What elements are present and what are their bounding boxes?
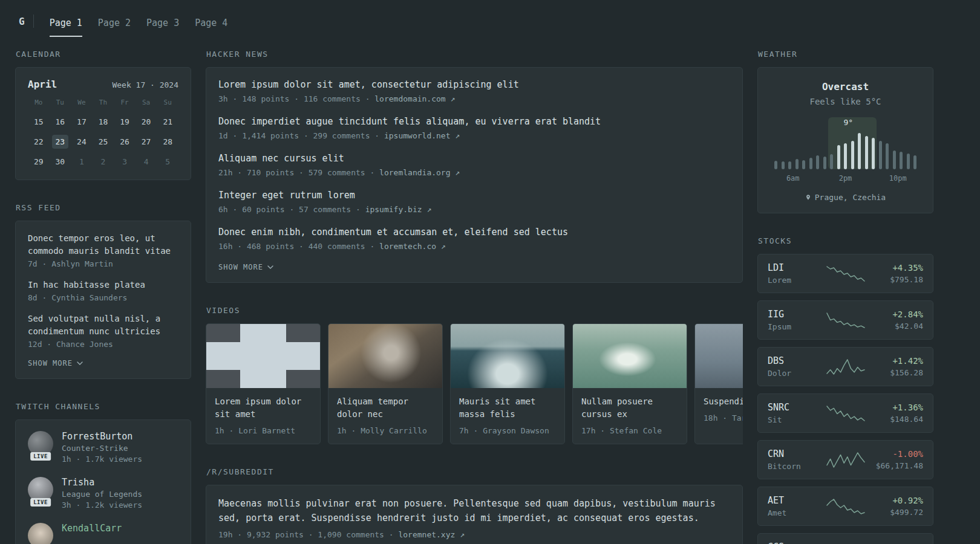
video-thumbnail (695, 324, 743, 388)
channel-name[interactable]: ForrestBurton (62, 431, 142, 442)
reddit-domain-link[interactable]: loremnet.xyz ↗ (398, 530, 465, 539)
calendar-day: 24 (71, 135, 93, 149)
weather-bar (830, 154, 833, 169)
stock-price: $66,171.48 (871, 461, 924, 470)
rss-item-title[interactable]: In hac habitasse platea (28, 279, 178, 291)
external-link-icon: ↗ (455, 168, 460, 177)
stock-id: CCS Consectetur (768, 542, 820, 544)
hn-item-meta: 16h · 468 points · 440 comments · loremt… (218, 242, 730, 251)
hn-item-domain-link[interactable]: ipsumify.biz ↗ (365, 205, 432, 214)
stock-name: Dolor (768, 369, 820, 378)
top-navigation: G Page 1 Page 2 Page 3 Page 4 (0, 0, 980, 42)
weather-bar (782, 161, 785, 169)
tab-page-4[interactable]: Page 4 (195, 5, 227, 37)
reddit-post-title[interactable]: Maecenas mollis pulvinar erat non posuer… (218, 496, 730, 525)
video-body: Lorem ipsum dolor sit amet consectetu… 1… (206, 388, 320, 444)
weather-bar (795, 159, 799, 169)
twitch-widget: TWITCH CHANNELS LIVE ForrestBurton Count… (15, 402, 191, 544)
weather-chart: 9° (773, 117, 918, 169)
rss-item[interactable]: In hac habitasse platea 8d · Cynthia Sau… (28, 279, 178, 302)
stock-id: AET Amet (768, 495, 820, 517)
channel-name[interactable]: Trisha (62, 477, 142, 488)
stock-name: Amet (768, 508, 820, 517)
hn-item-domain-link[interactable]: ipsumworld.net ↗ (384, 131, 460, 140)
stock-change: +4.35% (871, 263, 924, 273)
weather-condition: Overcast (770, 81, 921, 92)
weather-bar (788, 161, 791, 169)
twitch-channel[interactable]: KendallCarr (28, 523, 178, 544)
calendar-week-year: Week 17 · 2024 (112, 80, 178, 89)
rss-widget: RSS FEED Donec tempor eros leo, ut commo… (15, 203, 191, 379)
stock-sparkline (826, 312, 865, 329)
rss-item-title[interactable]: Donec tempor eros leo, ut commodo mauris… (28, 232, 178, 257)
calendar-day-selected: 23 (50, 135, 71, 149)
stock-row[interactable]: AET Amet +0.92% $499.72 (757, 487, 933, 526)
stock-symbol: CRN (768, 448, 820, 459)
live-badge: LIVE (30, 498, 51, 507)
rss-item-meta: 7d · Ashlyn Martin (28, 259, 178, 268)
location-pin-icon (805, 193, 811, 201)
tab-page-1[interactable]: Page 1 (50, 5, 82, 37)
hn-meta-text: 6h · 60 points · 57 comments · (218, 205, 365, 214)
calendar-day: 19 (114, 115, 136, 129)
video-thumbnail (451, 324, 564, 388)
video-body: Suspendisse diam 18h · Tara (695, 388, 743, 431)
hn-item-domain-link[interactable]: loremlandia.org ↗ (379, 168, 460, 177)
rss-item-meta: 12d · Chance Jones (28, 340, 178, 349)
video-meta: 18h · Tara (704, 413, 743, 423)
stock-row[interactable]: LDI Lorem +4.35% $795.18 (757, 254, 933, 293)
calendar-day: 16 (50, 115, 71, 129)
video-card[interactable]: Lorem ipsum dolor sit amet consectetu… 1… (206, 323, 321, 444)
section-title-twitch: TWITCH CHANNELS (16, 402, 191, 411)
video-title: Nullam posuere cursus ex (581, 395, 678, 421)
rss-item[interactable]: Sed volutpat nulla nisl, a condimentum n… (28, 312, 178, 349)
show-more-label: SHOW MORE (218, 263, 263, 271)
hn-item: Integer eget rutrum lorem 6h · 60 points… (218, 189, 730, 214)
twitch-channel[interactable]: LIVE Trisha League of Legends 3h · 1.2k … (28, 477, 178, 510)
hn-show-more-button[interactable]: SHOW MORE (218, 263, 730, 271)
avatar-wrap (28, 523, 53, 544)
calendar-day: 21 (157, 115, 178, 129)
tab-page-3[interactable]: Page 3 (146, 5, 179, 37)
hn-item-meta: 1d · 1,414 points · 299 comments · ipsum… (218, 131, 730, 140)
stock-price: $499.72 (871, 508, 924, 517)
stock-row[interactable]: DBS Dolor +1.42% $156.28 (757, 347, 933, 386)
video-card[interactable]: Mauris sit amet massa felis 7h · Grayson… (450, 323, 565, 444)
video-card[interactable]: Suspendisse diam 18h · Tara (694, 323, 743, 444)
hn-item-meta: 3h · 148 points · 116 comments · loremdo… (218, 94, 730, 103)
video-card[interactable]: Nullam posuere cursus ex 17h · Stefan Co… (572, 323, 687, 444)
hn-item-domain-link[interactable]: loremtech.co ↗ (379, 242, 446, 251)
stock-row[interactable]: CCS Consectetur +0.51% $165.84 (757, 533, 933, 544)
stock-row[interactable]: SNRC Sit +1.36% $148.64 (757, 393, 933, 433)
weather-bar (907, 154, 910, 169)
hn-item-title[interactable]: Donec imperdiet augue tincidunt felis al… (218, 115, 730, 128)
hn-item-title[interactable]: Integer eget rutrum lorem (218, 189, 730, 202)
rss-item[interactable]: Donec tempor eros leo, ut commodo mauris… (28, 232, 178, 268)
stock-price: $795.18 (871, 275, 924, 284)
tab-page-2[interactable]: Page 2 (98, 5, 131, 37)
stock-sparkline (826, 265, 865, 282)
videos-widget: VIDEOS Lorem ipsum dolor sit amet consec… (206, 306, 743, 444)
hn-item-domain-link[interactable]: loremdomain.com ↗ (374, 94, 455, 103)
weather-axis-label: 10pm (889, 174, 907, 183)
hn-item-title[interactable]: Lorem ipsum dolor sit amet, consectetur … (218, 79, 730, 91)
stock-row[interactable]: IIG Ipsum +2.84% $42.04 (757, 300, 933, 340)
stock-symbol: DBS (768, 355, 820, 366)
hn-item-title[interactable]: Aliquam nec cursus elit (218, 152, 730, 165)
calendar-grid: Mo Tu We Th Fr Sa Su 15 16 17 18 19 20 2… (28, 99, 178, 169)
stock-row[interactable]: CRN Bitcorn -1.00% $66,171.48 (757, 440, 933, 479)
hn-item: Donec enim nibh, condimentum et accumsan… (218, 226, 730, 251)
twitch-channel[interactable]: LIVE ForrestBurton Counter-Strike 1h · 1… (28, 431, 178, 464)
hn-item-title[interactable]: Donec enim nibh, condimentum et accumsan… (218, 226, 730, 239)
hn-item: Aliquam nec cursus elit 21h · 710 points… (218, 152, 730, 177)
calendar-day: 18 (93, 115, 114, 129)
channel-game: League of Legends (62, 490, 142, 499)
hn-meta-text: 3h · 148 points · 116 comments · (218, 94, 374, 103)
rss-card: Donec tempor eros leo, ut commodo mauris… (15, 221, 191, 379)
rss-show-more-button[interactable]: SHOW MORE (28, 359, 178, 368)
video-card[interactable]: Aliquam tempor dolor nec pharetra… 1h · … (328, 323, 443, 444)
calendar-month: April (28, 79, 57, 90)
weather-bar (886, 143, 889, 169)
rss-item-title[interactable]: Sed volutpat nulla nisl, a condimentum n… (28, 312, 178, 338)
channel-name[interactable]: KendallCarr (62, 523, 122, 534)
